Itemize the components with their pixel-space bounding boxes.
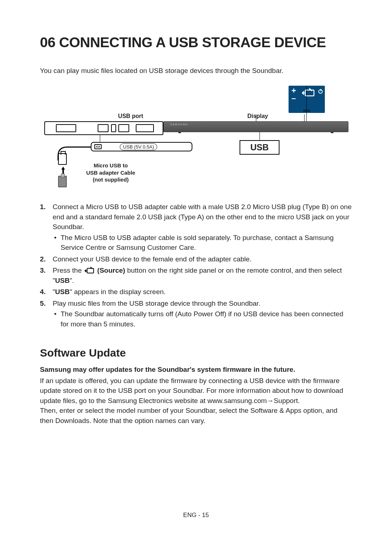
port-icon <box>136 124 154 132</box>
usb-spec-label: USB (5V 0.5A) <box>120 143 157 150</box>
usb-connector-icon <box>58 153 67 165</box>
instruction-steps: Connect a Micro USB to USB adapter cable… <box>40 202 352 329</box>
remote-notch <box>303 110 310 112</box>
step-bullets: The Soundbar automatically turns off (Au… <box>53 309 352 329</box>
step-item: Connect a Micro USB to USB adapter cable… <box>40 202 352 253</box>
step-text-part: " appears in the display screen. <box>70 288 166 296</box>
leader-line <box>304 114 305 122</box>
step-item: "USB" appears in the display screen. <box>40 287 352 297</box>
display-label: Display <box>221 113 294 119</box>
soundbar-ports-view <box>44 121 163 135</box>
step-text: Play music files from the USB storage de… <box>53 300 260 307</box>
manual-page: 06 CONNECTING A USB STORAGE DEVICE You c… <box>0 0 392 537</box>
usb-drive-icon <box>58 176 67 187</box>
port-icon <box>111 124 116 132</box>
step-text-part: ". <box>70 277 74 284</box>
bullet-item: The Micro USB to USB adapter cable is so… <box>53 233 352 253</box>
display-readout: USB <box>240 140 279 155</box>
cable-label-line: (not supplied) <box>93 176 128 183</box>
step-item: Connect your USB device to the female en… <box>40 254 352 264</box>
bullet-item: The Soundbar automatically turns off (Au… <box>53 309 352 329</box>
step-text-part: USB <box>55 288 70 296</box>
step-text: Connect a Micro USB to USB adapter cable… <box>53 203 352 231</box>
step-bullets: The Micro USB to USB adapter cable is so… <box>53 233 352 253</box>
usb-port-label: USB port <box>94 113 167 119</box>
software-update-body: Then, enter or select the model number o… <box>40 406 352 426</box>
cable-label-line: Micro USB to <box>94 162 128 168</box>
foot-icon <box>178 132 181 133</box>
leader-line <box>100 135 100 142</box>
section-heading: 06 CONNECTING A USB STORAGE DEVICE <box>40 34 352 50</box>
soundbar-front-view: SAMSUNG <box>163 121 348 132</box>
software-update-heading: Software Update <box>40 347 352 359</box>
svg-rect-1 <box>87 268 94 273</box>
usb-port-callout: USB (5V 0.5A) <box>91 142 192 151</box>
remote-control-inset: + – <box>289 86 325 113</box>
connection-diagram: + – USB port Display USB (5V 0.5A) <box>40 86 352 195</box>
adapter-cable-label: Micro USB to USB adapter Cable (not supp… <box>73 162 149 183</box>
leader-line <box>256 114 256 122</box>
page-footer: ENG - 15 <box>0 512 392 519</box>
foot-icon <box>331 132 334 133</box>
port-icon <box>118 124 129 132</box>
intro-paragraph: You can play music files located on USB … <box>40 67 352 75</box>
cable-label-line: USB adapter Cable <box>86 170 135 176</box>
power-icon <box>318 89 323 94</box>
leader-line <box>260 132 260 140</box>
port-icon <box>56 124 76 132</box>
port-icon <box>98 124 109 132</box>
source-icon <box>302 88 315 97</box>
step-item: Press the (Source) button on the right s… <box>40 265 352 285</box>
step-text-part: (Source) <box>95 267 125 274</box>
step-item: Play music files from the USB storage de… <box>40 298 352 329</box>
step-text-part: " <box>53 288 55 296</box>
source-icon <box>85 267 95 274</box>
step-text-part: Press the <box>53 267 84 274</box>
step-text-part: USB <box>55 277 70 284</box>
software-update-lead: Samsung may offer updates for the Soundb… <box>40 366 352 374</box>
brand-label: SAMSUNG <box>170 123 188 126</box>
software-update-body: If an update is offered, you can update … <box>40 376 352 406</box>
leader-line <box>306 86 307 122</box>
micro-usb-icon <box>94 144 102 149</box>
